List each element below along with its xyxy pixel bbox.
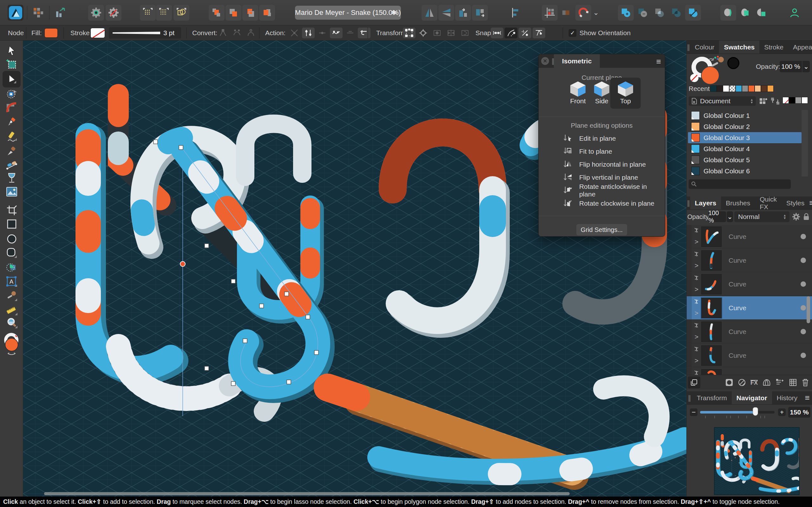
rotate-anticlockwise-button[interactable] bbox=[455, 5, 471, 20]
show-orientation-checkbox[interactable]: ✓ Show Orientation bbox=[569, 25, 630, 41]
panel-menu-icon[interactable]: ≡ bbox=[802, 391, 812, 404]
fit-to-plane-option[interactable]: Fit to plane bbox=[563, 146, 612, 157]
blend-mode-dropdown[interactable]: Normal ▴▾ bbox=[734, 211, 790, 222]
convert-sharp-icon[interactable] bbox=[217, 27, 229, 38]
fill-stroke-wells[interactable] bbox=[3, 332, 20, 356]
transform-bounding-box-icon[interactable] bbox=[403, 27, 415, 38]
pencil-tool[interactable] bbox=[3, 130, 20, 144]
transform-mirror-icon[interactable] bbox=[445, 27, 457, 38]
colour-picker-tool[interactable] bbox=[3, 289, 20, 303]
swatch-opacity-value[interactable]: 100 % bbox=[780, 61, 802, 72]
export-persona-button[interactable] bbox=[53, 5, 68, 20]
stroke-swatch[interactable] bbox=[90, 25, 105, 41]
layer-opacity-chevron[interactable]: ⌄ bbox=[727, 211, 733, 222]
fill-gradient-tool[interactable] bbox=[3, 158, 20, 172]
transform-shear-icon[interactable] bbox=[459, 27, 471, 38]
transform-origin-icon[interactable] bbox=[417, 27, 429, 38]
artboard-tool[interactable] bbox=[3, 57, 20, 71]
snapping-dropdown-chevron[interactable]: ⌄ bbox=[592, 5, 600, 20]
layer-visibility-dot[interactable] bbox=[801, 281, 806, 287]
tab-isometric[interactable]: Isometric bbox=[554, 54, 600, 68]
fill-swatch[interactable] bbox=[44, 25, 58, 41]
tab-swatches[interactable]: Swatches bbox=[719, 41, 759, 54]
move-backward-button[interactable] bbox=[242, 5, 258, 20]
swatch-search-input[interactable] bbox=[689, 179, 791, 189]
mask-layer-button[interactable] bbox=[725, 378, 733, 387]
blend-options-gear-icon[interactable] bbox=[792, 213, 800, 221]
zoom-tool[interactable] bbox=[3, 316, 20, 330]
quick-swatch[interactable] bbox=[802, 97, 808, 104]
global-colour-row[interactable]: Global Colour 6 bbox=[688, 165, 802, 176]
tab-appearance[interactable]: Appearance bbox=[788, 41, 812, 54]
snapping-magnet-button[interactable] bbox=[575, 5, 591, 20]
ellipse-tool[interactable] bbox=[3, 232, 20, 246]
move-to-back-button[interactable] bbox=[259, 5, 275, 20]
vector-brush-tool[interactable] bbox=[3, 144, 20, 158]
convert-smart-icon[interactable] bbox=[245, 27, 257, 38]
expand-chevron-icon[interactable]: > bbox=[695, 309, 699, 317]
horizontal-scrollbar[interactable] bbox=[23, 492, 687, 496]
text-tool[interactable]: A bbox=[3, 275, 20, 289]
live-filter-button[interactable] bbox=[762, 378, 771, 387]
tab-history[interactable]: History bbox=[772, 391, 802, 404]
plane-top-button[interactable]: Top bbox=[610, 78, 641, 109]
boolean-add-button[interactable] bbox=[618, 5, 634, 20]
navigator-thumbnail[interactable] bbox=[714, 427, 800, 495]
flip-vertical-in-plane-option[interactable]: Flip vertical in plane bbox=[563, 172, 638, 183]
layer-row[interactable]: > Curve bbox=[687, 249, 812, 272]
colour-picker-icon[interactable] bbox=[711, 56, 725, 68]
global-colour-row[interactable]: Global Colour 4 bbox=[688, 143, 802, 154]
alignment-button[interactable] bbox=[507, 5, 523, 20]
tab-navigator[interactable]: Navigator bbox=[732, 391, 772, 404]
lock-icon[interactable] bbox=[803, 213, 810, 221]
snap-candidates-button[interactable] bbox=[559, 5, 574, 20]
measure-tool[interactable] bbox=[3, 303, 20, 317]
zoom-in-button[interactable]: + bbox=[778, 408, 786, 416]
layer-effects-button[interactable]: FX bbox=[751, 380, 758, 385]
flip-horizontal-button[interactable] bbox=[421, 5, 438, 20]
layer-visibility-dot[interactable] bbox=[801, 305, 806, 311]
layer-visibility-dot[interactable] bbox=[801, 353, 806, 358]
tab-transform[interactable]: Transform bbox=[692, 391, 732, 404]
snap-to-geometry-icon[interactable] bbox=[491, 27, 503, 38]
boolean-subtract-button[interactable] bbox=[635, 5, 651, 20]
zoom-slider-thumb[interactable] bbox=[753, 407, 758, 416]
recent-swatch[interactable] bbox=[767, 85, 774, 92]
shape-tool[interactable] bbox=[3, 260, 20, 274]
panel-grip-icon[interactable]: ∥ bbox=[687, 41, 690, 54]
action-smooth-curve-icon[interactable] bbox=[330, 27, 343, 38]
global-colour-row[interactable]: Global Colour 2 bbox=[688, 121, 802, 132]
place-image-tool[interactable] bbox=[3, 185, 20, 199]
layer-row[interactable]: > Curve bbox=[687, 344, 812, 367]
insert-inside-button[interactable] bbox=[737, 5, 753, 20]
flip-vertical-button[interactable] bbox=[438, 5, 454, 20]
layers-scroll-thumb[interactable] bbox=[807, 296, 810, 323]
tab-layers[interactable]: Layers bbox=[690, 196, 721, 210]
layer-row[interactable]: > Curve bbox=[687, 320, 812, 343]
grid-settings-gear-button[interactable] bbox=[88, 5, 104, 20]
layer-row[interactable]: > Curve bbox=[687, 273, 812, 296]
flip-horizontal-in-plane-option[interactable]: Flip horizontal in plane bbox=[563, 159, 646, 170]
snap-construction-icon[interactable] bbox=[532, 27, 545, 38]
boolean-xor-button[interactable] bbox=[668, 5, 684, 20]
recent-swatch[interactable] bbox=[729, 85, 735, 92]
snapping-gear-button[interactable] bbox=[106, 5, 121, 20]
move-tool[interactable] bbox=[3, 44, 20, 58]
action-reverse-direction-icon[interactable] bbox=[358, 27, 370, 38]
zoom-out-button[interactable]: − bbox=[690, 408, 698, 416]
edit-in-plane-option[interactable]: Edit in plane bbox=[563, 133, 616, 144]
tab-stroke[interactable]: Stroke bbox=[759, 41, 788, 54]
swatch-library-dropdown[interactable]: Document ▴▾ bbox=[689, 96, 756, 106]
snap-all-handles-icon[interactable] bbox=[519, 27, 531, 38]
layer-visibility-dot[interactable] bbox=[801, 329, 806, 334]
convert-smooth-icon[interactable] bbox=[231, 27, 243, 38]
layer-row[interactable]: > Curve bbox=[687, 225, 812, 248]
pen-tool[interactable] bbox=[3, 115, 20, 129]
expand-chevron-icon[interactable]: > bbox=[695, 357, 699, 364]
recent-swatch[interactable] bbox=[755, 85, 761, 92]
tab-styles[interactable]: Styles bbox=[781, 196, 809, 210]
global-colour-row[interactable]: Global Colour 5 bbox=[688, 154, 802, 165]
snap-to-grid-button[interactable] bbox=[156, 5, 172, 20]
no-fill-swatch[interactable] bbox=[782, 97, 789, 104]
stroke-width-control[interactable]: 3 pt bbox=[109, 25, 181, 41]
